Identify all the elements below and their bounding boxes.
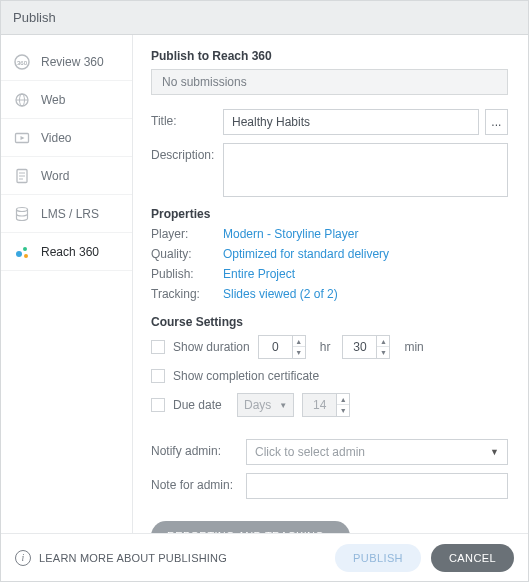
svg-point-13: [23, 247, 27, 251]
database-icon: [13, 205, 31, 223]
sidebar-item-label: Word: [41, 169, 69, 183]
due-up-icon[interactable]: ▲: [337, 394, 349, 405]
publish-label: Publish:: [151, 267, 223, 281]
title-input[interactable]: [223, 109, 479, 135]
title-label: Title:: [151, 109, 223, 128]
review360-icon: 360: [13, 53, 31, 71]
sidebar-item-reach360[interactable]: Reach 360: [1, 233, 132, 271]
sidebar-item-web[interactable]: Web: [1, 81, 132, 119]
svg-marker-6: [21, 136, 25, 140]
hours-up-icon[interactable]: ▲: [293, 336, 305, 347]
duration-hours-input[interactable]: [258, 335, 292, 359]
sidebar-item-label: LMS / LRS: [41, 207, 99, 221]
document-icon: [13, 167, 31, 185]
hours-down-icon[interactable]: ▼: [293, 347, 305, 358]
svg-point-12: [16, 251, 22, 257]
course-settings-heading: Course Settings: [151, 315, 508, 329]
sidebar-item-label: Video: [41, 131, 71, 145]
note-admin-label: Note for admin:: [151, 473, 246, 492]
due-date-label: Due date: [173, 398, 229, 412]
reporting-tracking-button[interactable]: REPORTING AND TRACKING...: [151, 521, 350, 533]
show-cert-row: Show completion certificate: [151, 369, 508, 383]
due-unit-select[interactable]: Days ▼: [237, 393, 294, 417]
show-cert-label: Show completion certificate: [173, 369, 319, 383]
show-duration-checkbox[interactable]: [151, 340, 165, 354]
due-value-stepper[interactable]: ▲▼: [302, 393, 350, 417]
footer: i LEARN MORE ABOUT PUBLISHING PUBLISH CA…: [1, 533, 528, 581]
dialog-body: 360 Review 360 Web Video Wo: [1, 35, 528, 533]
title-row: Title: ...: [151, 109, 508, 135]
notify-admin-placeholder: Click to select admin: [255, 445, 365, 459]
video-icon: [13, 129, 31, 147]
sidebar-item-label: Review 360: [41, 55, 104, 69]
sidebar-item-video[interactable]: Video: [1, 119, 132, 157]
publish-button[interactable]: PUBLISH: [335, 544, 421, 572]
quality-link[interactable]: Optimized for standard delivery: [223, 247, 389, 261]
notify-admin-dropdown[interactable]: Click to select admin ▼: [246, 439, 508, 465]
sidebar-item-lms[interactable]: LMS / LRS: [1, 195, 132, 233]
due-date-row: Due date Days ▼ ▲▼: [151, 393, 508, 417]
submissions-banner: No submissions: [151, 69, 508, 95]
show-cert-checkbox[interactable]: [151, 369, 165, 383]
min-down-icon[interactable]: ▼: [377, 347, 389, 358]
chevron-down-icon: ▼: [279, 401, 287, 410]
publish-scope-link[interactable]: Entire Project: [223, 267, 295, 281]
show-duration-row: Show duration ▲▼ hr ▲▼ min: [151, 335, 508, 359]
due-unit-value: Days: [244, 398, 271, 412]
sidebar-item-label: Web: [41, 93, 65, 107]
globe-icon: [13, 91, 31, 109]
due-date-checkbox[interactable]: [151, 398, 165, 412]
sidebar-item-label: Reach 360: [41, 245, 99, 259]
quality-label: Quality:: [151, 247, 223, 261]
sidebar: 360 Review 360 Web Video Wo: [1, 35, 133, 533]
description-label: Description:: [151, 143, 223, 162]
player-label: Player:: [151, 227, 223, 241]
hr-unit: hr: [320, 340, 331, 354]
description-row: Description:: [151, 143, 508, 197]
due-value-input[interactable]: [302, 393, 336, 417]
sidebar-item-word[interactable]: Word: [1, 157, 132, 195]
notify-admin-row: Notify admin: Click to select admin ▼: [151, 439, 508, 465]
player-link[interactable]: Modern - Storyline Player: [223, 227, 358, 241]
min-up-icon[interactable]: ▲: [377, 336, 389, 347]
course-settings-section: Course Settings Show duration ▲▼ hr ▲▼ m…: [151, 315, 508, 533]
svg-point-14: [24, 254, 28, 258]
show-duration-label: Show duration: [173, 340, 250, 354]
cancel-button[interactable]: CANCEL: [431, 544, 514, 572]
notify-admin-label: Notify admin:: [151, 439, 246, 458]
note-admin-input[interactable]: [246, 473, 508, 499]
learn-more-link[interactable]: i LEARN MORE ABOUT PUBLISHING: [15, 550, 227, 566]
min-unit: min: [404, 340, 423, 354]
duration-minutes-stepper[interactable]: ▲▼: [342, 335, 390, 359]
description-textarea[interactable]: [223, 143, 508, 197]
due-down-icon[interactable]: ▼: [337, 405, 349, 416]
svg-point-11: [17, 207, 28, 211]
tracking-link[interactable]: Slides viewed (2 of 2): [223, 287, 338, 301]
svg-text:360: 360: [17, 59, 28, 65]
window-title: Publish: [13, 10, 56, 25]
note-admin-row: Note for admin:: [151, 473, 508, 499]
info-icon: i: [15, 550, 31, 566]
publish-dialog: Publish 360 Review 360 Web Video: [0, 0, 529, 582]
tracking-label: Tracking:: [151, 287, 223, 301]
chevron-down-icon: ▼: [490, 447, 499, 457]
learn-more-label: LEARN MORE ABOUT PUBLISHING: [39, 552, 227, 564]
sidebar-item-review360[interactable]: 360 Review 360: [1, 43, 132, 81]
properties-heading: Properties: [151, 207, 508, 221]
duration-hours-stepper[interactable]: ▲▼: [258, 335, 306, 359]
section-heading: Publish to Reach 360: [151, 49, 508, 63]
properties-section: Properties Player:Modern - Storyline Pla…: [151, 207, 508, 301]
title-browse-button[interactable]: ...: [485, 109, 508, 135]
main-panel: Publish to Reach 360 No submissions Titl…: [133, 35, 528, 533]
duration-minutes-input[interactable]: [342, 335, 376, 359]
reach360-icon: [13, 243, 31, 261]
titlebar: Publish: [1, 1, 528, 35]
